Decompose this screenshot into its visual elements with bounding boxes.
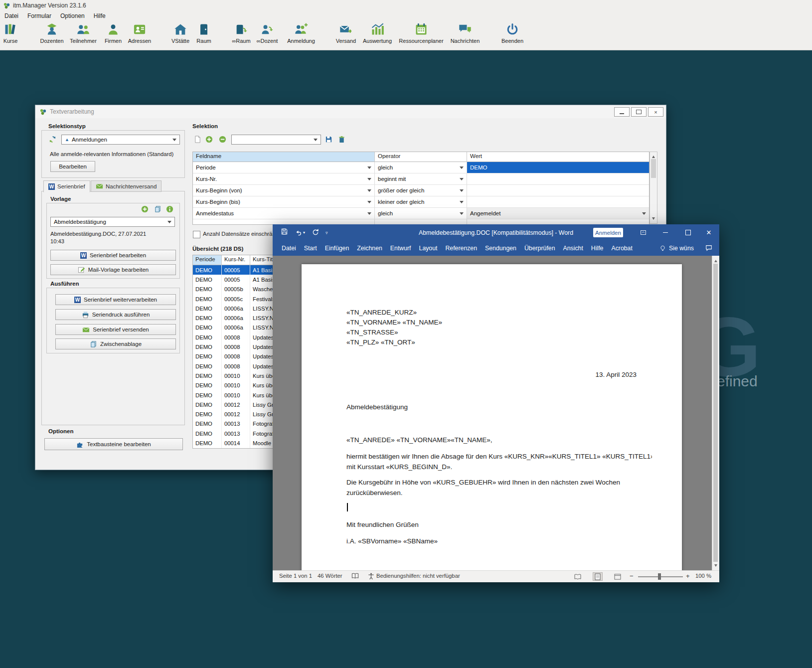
- cri-row[interactable]: Kurs-Nr.beginnt mit: [193, 173, 649, 185]
- proofing-icon[interactable]: [351, 572, 359, 581]
- ribbon-tab-start[interactable]: Start: [300, 241, 321, 256]
- document-area[interactable]: «TN_ANREDE_KURZ»«TN_VORNAME» «TN_NAME»«T…: [273, 256, 712, 571]
- feldname-select[interactable]: Kurs-Nr.: [193, 173, 375, 185]
- print-layout-icon[interactable]: [593, 572, 603, 581]
- ribbon-tab-ansicht[interactable]: Ansicht: [559, 241, 587, 256]
- save-icon[interactable]: [281, 228, 288, 237]
- ribbon-tab-layout[interactable]: Layout: [415, 241, 442, 256]
- minimize-button[interactable]: [614, 107, 630, 117]
- scrollbar-thumb[interactable]: [651, 159, 656, 178]
- scrollbar-thumb[interactable]: [713, 264, 718, 562]
- remove-criteria-icon[interactable]: [219, 136, 226, 143]
- accessibility-status[interactable]: Bedienungshilfen: nicht verfügbar: [376, 573, 460, 579]
- column-header-feldname[interactable]: Feldname: [193, 152, 375, 162]
- saved-selection-select[interactable]: [231, 135, 321, 145]
- zoom-level[interactable]: 100 %: [695, 573, 711, 579]
- toolbar-nachrichten[interactable]: Nachrichten: [440, 22, 490, 44]
- textverarbeitung-titlebar[interactable]: Textverarbeitung ×: [35, 105, 666, 118]
- ribbon-tab-sendungen[interactable]: Sendungen: [481, 241, 520, 256]
- toolbar-ressourcenplaner[interactable]: Ressourcenplaner: [396, 22, 446, 44]
- ribbon-display-options-button[interactable]: [633, 224, 653, 241]
- web-layout-icon[interactable]: [613, 572, 623, 581]
- feedback-icon[interactable]: [705, 244, 712, 253]
- cri-row[interactable]: PeriodegleichDEMO: [193, 162, 649, 173]
- ribbon-tab-referenzen[interactable]: Referenzen: [441, 241, 481, 256]
- wert-cell[interactable]: [467, 185, 649, 196]
- refresh-icon[interactable]: [49, 136, 56, 143]
- wert-cell[interactable]: [467, 196, 649, 208]
- anzahl-datensaetze-checkbox[interactable]: [193, 231, 200, 238]
- document-page[interactable]: «TN_ANREDE_KURZ»«TN_VORNAME» «TN_NAME»«T…: [302, 264, 682, 571]
- cri-row[interactable]: Kurs-Beginn (von)größer oder gleich: [193, 185, 649, 196]
- minimize-button[interactable]: [655, 224, 676, 241]
- close-button[interactable]: ✕: [698, 224, 719, 241]
- toolbar-beenden[interactable]: Beenden: [487, 22, 537, 44]
- info-icon[interactable]: [166, 205, 173, 213]
- menu-datei[interactable]: Datei: [0, 11, 23, 20]
- operator-select[interactable]: gleich: [375, 208, 467, 219]
- serienbrief-bearbeiten-button[interactable]: W Serienbrief bearbeiten: [50, 250, 176, 261]
- serienbrief-weiterverarbeiten-button[interactable]: W Serienbrief weiterverarbeiten: [55, 294, 176, 305]
- maximize-button[interactable]: [677, 224, 698, 241]
- cri-row[interactable]: Kurs-Beginn (bis)kleiner oder gleich: [193, 196, 649, 208]
- wert-cell[interactable]: [467, 173, 649, 185]
- seriendruck-ausfuehren-button[interactable]: Seriendruck ausführen: [55, 309, 176, 320]
- word-count[interactable]: 46 Wörter: [318, 573, 342, 579]
- delete-icon[interactable]: [338, 136, 345, 143]
- menu-optionen[interactable]: Optionen: [56, 11, 89, 20]
- menu-formular[interactable]: Formular: [23, 11, 56, 20]
- feldname-select[interactable]: Kurs-Beginn (bis): [193, 196, 375, 208]
- wert-cell[interactable]: DEMO: [467, 162, 649, 173]
- copy-icon[interactable]: [154, 205, 162, 213]
- undo-icon[interactable]: ▾: [295, 229, 305, 236]
- read-mode-icon[interactable]: [573, 572, 583, 581]
- vertical-scrollbar[interactable]: [712, 256, 719, 571]
- save-icon[interactable]: [325, 136, 332, 143]
- toolbar-anmeldung[interactable]: Anmeldung: [276, 22, 326, 44]
- maximize-button[interactable]: [631, 107, 647, 117]
- zwischenablage-button[interactable]: Zwischenablage: [55, 338, 176, 349]
- scroll-down-icon[interactable]: [714, 564, 717, 568]
- operator-select[interactable]: kleiner oder gleich: [375, 196, 467, 208]
- textbausteine-bearbeiten-button[interactable]: Textbausteine bearbeiten: [44, 438, 183, 450]
- ribbon-tab-einfgen[interactable]: Einfügen: [321, 241, 353, 256]
- operator-select[interactable]: gleich: [375, 162, 467, 173]
- zoom-out-button[interactable]: −: [630, 572, 634, 580]
- ribbon-tab-entwurf[interactable]: Entwurf: [386, 241, 415, 256]
- zoom-in-button[interactable]: +: [686, 572, 690, 580]
- ribbon-tab-zeichnen[interactable]: Zeichnen: [353, 241, 386, 256]
- redo-icon[interactable]: [312, 228, 319, 237]
- ribbon-tab-acrobat[interactable]: Acrobat: [607, 241, 636, 256]
- operator-select[interactable]: größer oder gleich: [375, 185, 467, 196]
- column-header-kurs-nr[interactable]: Kurs-Nr.: [222, 255, 250, 265]
- column-header-wert[interactable]: Wert: [467, 152, 649, 162]
- operator-select[interactable]: beginnt mit: [375, 173, 467, 185]
- scroll-down-icon[interactable]: [652, 217, 655, 221]
- column-header-periode[interactable]: Periode: [193, 255, 222, 265]
- vorlage-select[interactable]: Abmeldebestätigung: [50, 217, 175, 227]
- cri-row[interactable]: AnmeldestatusgleichAngemeldet: [193, 208, 649, 219]
- toolbar-auswertung[interactable]: Auswertung: [352, 22, 402, 44]
- add-criteria-icon[interactable]: [205, 136, 213, 143]
- menu-hilfe[interactable]: Hilfe: [89, 11, 110, 20]
- anmelden-button[interactable]: Anmelden: [593, 228, 623, 237]
- selektionstyp-select[interactable]: ▲ Anmeldungen: [61, 135, 180, 145]
- tell-me-search[interactable]: Sie wüns: [659, 241, 694, 256]
- scroll-up-icon[interactable]: [714, 258, 717, 262]
- close-button[interactable]: ×: [648, 107, 663, 117]
- ribbon-tab-hilfe[interactable]: Hilfe: [587, 241, 608, 256]
- zoom-slider-thumb[interactable]: [658, 573, 661, 580]
- customize-qat-icon[interactable]: ▿: [325, 230, 328, 235]
- page-indicator[interactable]: Seite 1 von 1: [279, 573, 312, 579]
- word-titlebar[interactable]: ▾ ▿ Abmeldebestätigung.DOC [Kompatibilit…: [273, 224, 719, 241]
- ribbon-tab-berprfen[interactable]: Überprüfen: [520, 241, 559, 256]
- wert-select[interactable]: Angemeldet: [467, 208, 649, 219]
- scroll-up-icon[interactable]: [652, 154, 655, 158]
- add-icon[interactable]: [141, 205, 149, 213]
- bearbeiten-button[interactable]: Bearbeiten: [50, 161, 95, 172]
- serienbrief-versenden-button[interactable]: Serienbrief versenden: [55, 324, 176, 335]
- column-header-operator[interactable]: Operator: [375, 152, 467, 162]
- mail-vorlage-bearbeiten-button[interactable]: Mail-Vorlage bearbeiten: [50, 264, 176, 275]
- feldname-select[interactable]: Kurs-Beginn (von): [193, 185, 375, 196]
- feldname-select[interactable]: Periode: [193, 162, 375, 173]
